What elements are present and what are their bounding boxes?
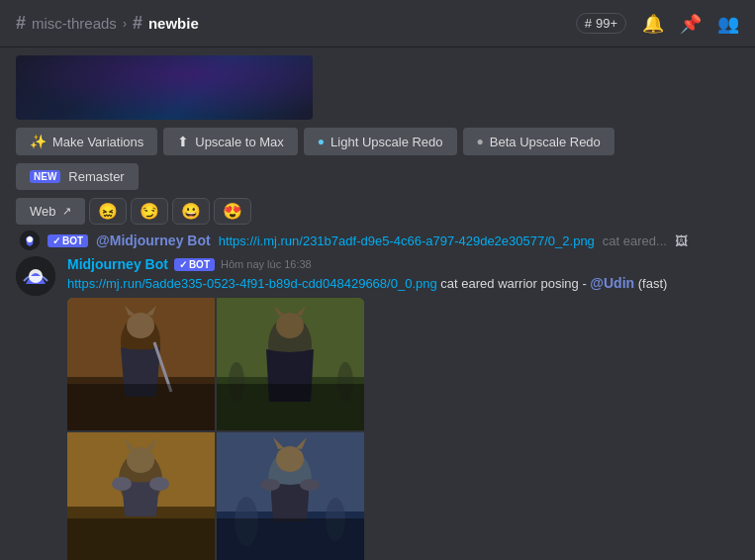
bot-tag: ✓ BOT <box>174 258 215 271</box>
reaction-pensive[interactable]: 😖 <box>89 198 127 225</box>
upscale-icon: ⬆ <box>177 134 189 149</box>
main-content: ✨ Make Variations ⬆ Upscale to Max ● Lig… <box>0 47 755 560</box>
sparkle-icon: ✨ <box>30 134 47 149</box>
image-preview <box>16 55 313 120</box>
mention-user: @Udin <box>590 275 634 291</box>
make-variations-label: Make Variations <box>52 135 143 149</box>
upscale-to-max-label: Upscale to Max <box>195 135 284 149</box>
bot-username: Midjourney Bot <box>67 256 168 272</box>
channel-active-name[interactable]: newbie <box>148 15 199 32</box>
svg-rect-28 <box>217 512 364 560</box>
small-bot-tag: ✓ BOT <box>47 234 88 247</box>
svg-rect-5 <box>67 377 215 430</box>
remaster-label: Remaster <box>68 169 124 184</box>
small-message-link[interactable]: https://i.mj.run/231b7adf-d9e5-4c66-a797… <box>219 233 595 248</box>
top-bar-left: # misc-threads › # newbie <box>16 13 568 34</box>
reaction-smirk-emoji: 😏 <box>140 202 159 221</box>
message-body: Midjourney Bot ✓ BOT Hôm nay lúc 16:38 h… <box>67 256 667 560</box>
avatar-image <box>16 256 55 296</box>
svg-point-26 <box>149 477 169 491</box>
message-text: https://mj.run/5adde335-0523-4f91-b89d-c… <box>67 274 667 294</box>
channel-hash-icon: # <box>16 13 26 34</box>
small-message: ✓ BOT @Midjourney Bot https://i.mj.run/2… <box>16 231 755 250</box>
notification-badge[interactable]: # 99+ <box>576 13 626 34</box>
gallery-image-1[interactable] <box>67 298 215 430</box>
channel-active-hash: # <box>133 13 142 34</box>
beta-upscale-redo-button[interactable]: ● Beta Upscale Redo <box>463 128 614 155</box>
svg-point-14 <box>337 362 353 402</box>
web-label: Web <box>30 204 56 219</box>
svg-point-36 <box>300 479 320 491</box>
external-link-icon: ↗ <box>62 205 71 218</box>
message-timestamp: Hôm nay lúc 16:38 <box>221 258 312 270</box>
notification-count: 99+ <box>596 16 617 31</box>
reactions-row: Web ↗ 😖 😏 😀 😍 <box>16 198 755 225</box>
beta-upscale-icon: ● <box>477 135 484 148</box>
reaction-grin-emoji: 😀 <box>181 202 201 221</box>
action-buttons-row2: NEW Remaster <box>16 163 755 190</box>
light-upscale-icon: ● <box>318 135 325 148</box>
svg-point-29 <box>235 497 258 546</box>
light-upscale-redo-button[interactable]: ● Light Upscale Redo <box>304 128 457 155</box>
pin-icon[interactable]: 📌 <box>680 13 702 35</box>
top-bar-right: # 99+ 🔔 📌 👥 <box>576 13 739 35</box>
breadcrumb-chevron: › <box>123 17 127 31</box>
message-link[interactable]: https://mj.run/5adde335-0523-4f91-b89d-c… <box>67 276 440 291</box>
new-badge: NEW <box>30 170 60 183</box>
gallery-image-4[interactable] <box>217 432 364 560</box>
mute-icon[interactable]: 🔔 <box>642 13 664 35</box>
reaction-pensive-emoji: 😖 <box>98 202 118 221</box>
svg-point-1 <box>27 236 33 242</box>
svg-point-25 <box>112 477 132 491</box>
avatar <box>16 256 55 296</box>
remaster-button[interactable]: NEW Remaster <box>16 163 139 190</box>
members-icon[interactable]: 👥 <box>717 13 739 35</box>
gallery-image-3[interactable] <box>67 432 215 560</box>
top-bar: # misc-threads › # newbie # 99+ 🔔 📌 👥 <box>0 0 755 47</box>
svg-point-35 <box>260 479 280 491</box>
svg-point-30 <box>326 498 345 541</box>
message-suffix: (fast) <box>638 276 668 291</box>
beta-upscale-redo-label: Beta Upscale Redo <box>490 135 601 149</box>
action-buttons-row1: ✨ Make Variations ⬆ Upscale to Max ● Lig… <box>16 128 755 155</box>
notification-hash: # <box>585 16 592 31</box>
make-variations-button[interactable]: ✨ Make Variations <box>16 128 157 155</box>
svg-point-7 <box>127 313 154 338</box>
svg-point-16 <box>276 313 304 338</box>
web-button[interactable]: Web ↗ <box>16 198 85 225</box>
upscale-to-max-button[interactable]: ⬆ Upscale to Max <box>163 128 298 155</box>
svg-point-32 <box>276 446 304 472</box>
small-message-truncated: cat eared... <box>603 233 667 248</box>
svg-point-22 <box>127 447 154 473</box>
image-icon[interactable]: 🖼 <box>675 233 688 248</box>
channel-parent-name[interactable]: misc-threads <box>32 15 117 32</box>
gallery-image-2[interactable] <box>217 298 364 430</box>
reaction-heart-eyes[interactable]: 😍 <box>214 198 251 225</box>
small-avatar <box>20 231 40 250</box>
message-header: Midjourney Bot ✓ BOT Hôm nay lúc 16:38 <box>67 256 667 272</box>
svg-point-13 <box>229 362 244 402</box>
image-gallery <box>67 298 364 560</box>
reaction-heart-eyes-emoji: 😍 <box>223 202 242 221</box>
small-username: @Midjourney Bot <box>96 233 211 248</box>
light-upscale-redo-label: Light Upscale Redo <box>330 135 442 149</box>
main-message: Midjourney Bot ✓ BOT Hôm nay lúc 16:38 h… <box>16 256 755 560</box>
reaction-smirk[interactable]: 😏 <box>131 198 168 225</box>
reaction-grin[interactable]: 😀 <box>172 198 210 225</box>
svg-rect-12 <box>217 377 364 430</box>
